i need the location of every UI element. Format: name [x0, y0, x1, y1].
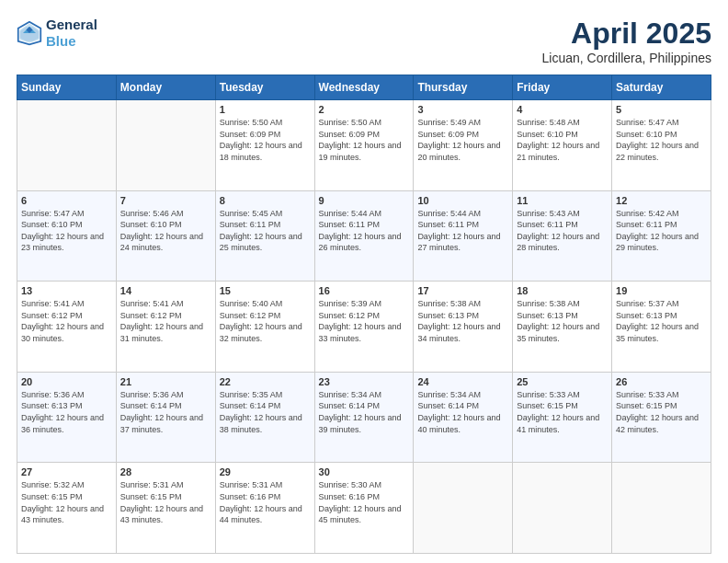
calendar-cell: 4Sunrise: 5:48 AM Sunset: 6:10 PM Daylig… — [513, 100, 612, 191]
day-number: 25 — [517, 376, 608, 387]
calendar-cell: 16Sunrise: 5:39 AM Sunset: 6:12 PM Dayli… — [314, 282, 414, 373]
day-number: 13 — [21, 285, 112, 296]
day-number: 9 — [319, 195, 410, 206]
day-number: 29 — [220, 466, 311, 477]
day-number: 26 — [616, 376, 707, 387]
calendar-cell: 9Sunrise: 5:44 AM Sunset: 6:11 PM Daylig… — [314, 190, 414, 282]
day-info: Sunrise: 5:33 AM Sunset: 6:15 PM Dayligh… — [616, 389, 707, 435]
day-info: Sunrise: 5:49 AM Sunset: 6:09 PM Dayligh… — [417, 117, 508, 163]
col-sunday: Sunday — [17, 75, 117, 100]
calendar-cell — [414, 463, 513, 554]
calendar-week-2: 6Sunrise: 5:47 AM Sunset: 6:10 PM Daylig… — [17, 190, 711, 282]
calendar-cell: 29Sunrise: 5:31 AM Sunset: 6:16 PM Dayli… — [215, 463, 314, 554]
day-number: 14 — [120, 285, 211, 296]
calendar-body: 1Sunrise: 5:50 AM Sunset: 6:09 PM Daylig… — [17, 100, 711, 554]
day-number: 8 — [220, 195, 311, 206]
day-info: Sunrise: 5:33 AM Sunset: 6:15 PM Dayligh… — [517, 389, 608, 435]
calendar-cell: 1Sunrise: 5:50 AM Sunset: 6:09 PM Daylig… — [215, 100, 314, 191]
day-info: Sunrise: 5:38 AM Sunset: 6:13 PM Dayligh… — [517, 298, 608, 344]
calendar-cell: 6Sunrise: 5:47 AM Sunset: 6:10 PM Daylig… — [17, 190, 117, 282]
day-info: Sunrise: 5:31 AM Sunset: 6:15 PM Dayligh… — [120, 479, 211, 525]
day-number: 18 — [517, 285, 608, 296]
day-number: 6 — [21, 195, 112, 206]
day-info: Sunrise: 5:46 AM Sunset: 6:10 PM Dayligh… — [120, 208, 211, 254]
calendar-week-4: 20Sunrise: 5:36 AM Sunset: 6:13 PM Dayli… — [17, 372, 711, 463]
day-info: Sunrise: 5:30 AM Sunset: 6:16 PM Dayligh… — [319, 479, 410, 525]
calendar-cell: 19Sunrise: 5:37 AM Sunset: 6:13 PM Dayli… — [612, 282, 711, 373]
calendar-cell: 17Sunrise: 5:38 AM Sunset: 6:13 PM Dayli… — [414, 282, 513, 373]
day-number: 24 — [417, 376, 508, 387]
day-number: 22 — [220, 376, 311, 387]
calendar-cell: 13Sunrise: 5:41 AM Sunset: 6:12 PM Dayli… — [17, 282, 117, 373]
day-number: 5 — [616, 104, 707, 115]
calendar-cell: 2Sunrise: 5:50 AM Sunset: 6:09 PM Daylig… — [314, 100, 414, 191]
day-number: 27 — [21, 466, 112, 477]
day-number: 23 — [319, 376, 410, 387]
calendar-cell: 28Sunrise: 5:31 AM Sunset: 6:15 PM Dayli… — [116, 463, 215, 554]
day-info: Sunrise: 5:31 AM Sunset: 6:16 PM Dayligh… — [220, 479, 311, 525]
calendar-cell: 23Sunrise: 5:34 AM Sunset: 6:14 PM Dayli… — [314, 372, 414, 463]
day-number: 16 — [319, 285, 410, 296]
day-info: Sunrise: 5:41 AM Sunset: 6:12 PM Dayligh… — [120, 298, 211, 344]
day-number: 19 — [616, 285, 707, 296]
calendar-cell: 3Sunrise: 5:49 AM Sunset: 6:09 PM Daylig… — [414, 100, 513, 191]
day-number: 17 — [417, 285, 508, 296]
title-block: April 2025 Licuan, Cordillera, Philippin… — [542, 17, 711, 65]
day-number: 28 — [120, 466, 211, 477]
calendar-cell: 12Sunrise: 5:42 AM Sunset: 6:11 PM Dayli… — [612, 190, 711, 282]
calendar-cell — [17, 100, 117, 191]
day-number: 15 — [220, 285, 311, 296]
logo-text: General Blue — [46, 17, 97, 50]
day-number: 2 — [319, 104, 410, 115]
day-number: 3 — [417, 104, 508, 115]
calendar-cell: 20Sunrise: 5:36 AM Sunset: 6:13 PM Dayli… — [17, 372, 117, 463]
calendar-cell: 22Sunrise: 5:35 AM Sunset: 6:14 PM Dayli… — [215, 372, 314, 463]
calendar-cell: 15Sunrise: 5:40 AM Sunset: 6:12 PM Dayli… — [215, 282, 314, 373]
subtitle: Licuan, Cordillera, Philippines — [542, 51, 711, 65]
day-info: Sunrise: 5:48 AM Sunset: 6:10 PM Dayligh… — [517, 117, 608, 163]
main-title: April 2025 — [542, 17, 711, 51]
col-friday: Friday — [513, 75, 612, 100]
day-info: Sunrise: 5:50 AM Sunset: 6:09 PM Dayligh… — [319, 117, 410, 163]
calendar-week-1: 1Sunrise: 5:50 AM Sunset: 6:09 PM Daylig… — [17, 100, 711, 191]
calendar-cell: 27Sunrise: 5:32 AM Sunset: 6:15 PM Dayli… — [17, 463, 117, 554]
day-info: Sunrise: 5:42 AM Sunset: 6:11 PM Dayligh… — [616, 208, 707, 254]
calendar-cell: 10Sunrise: 5:44 AM Sunset: 6:11 PM Dayli… — [414, 190, 513, 282]
calendar-week-3: 13Sunrise: 5:41 AM Sunset: 6:12 PM Dayli… — [17, 282, 711, 373]
day-number: 7 — [120, 195, 211, 206]
calendar-cell: 21Sunrise: 5:36 AM Sunset: 6:14 PM Dayli… — [116, 372, 215, 463]
day-number: 30 — [319, 466, 410, 477]
day-info: Sunrise: 5:35 AM Sunset: 6:14 PM Dayligh… — [220, 389, 311, 435]
day-info: Sunrise: 5:43 AM Sunset: 6:11 PM Dayligh… — [517, 208, 608, 254]
col-tuesday: Tuesday — [215, 75, 314, 100]
day-info: Sunrise: 5:34 AM Sunset: 6:14 PM Dayligh… — [417, 389, 508, 435]
day-info: Sunrise: 5:44 AM Sunset: 6:11 PM Dayligh… — [417, 208, 508, 254]
day-number: 12 — [616, 195, 707, 206]
header-row: Sunday Monday Tuesday Wednesday Thursday… — [17, 75, 711, 100]
calendar-cell: 24Sunrise: 5:34 AM Sunset: 6:14 PM Dayli… — [414, 372, 513, 463]
day-number: 1 — [220, 104, 311, 115]
calendar-cell: 18Sunrise: 5:38 AM Sunset: 6:13 PM Dayli… — [513, 282, 612, 373]
day-info: Sunrise: 5:36 AM Sunset: 6:14 PM Dayligh… — [120, 389, 211, 435]
calendar-cell: 7Sunrise: 5:46 AM Sunset: 6:10 PM Daylig… — [116, 190, 215, 282]
day-info: Sunrise: 5:45 AM Sunset: 6:11 PM Dayligh… — [220, 208, 311, 254]
calendar-cell: 8Sunrise: 5:45 AM Sunset: 6:11 PM Daylig… — [215, 190, 314, 282]
calendar-cell: 14Sunrise: 5:41 AM Sunset: 6:12 PM Dayli… — [116, 282, 215, 373]
day-info: Sunrise: 5:47 AM Sunset: 6:10 PM Dayligh… — [616, 117, 707, 163]
calendar-cell: 26Sunrise: 5:33 AM Sunset: 6:15 PM Dayli… — [612, 372, 711, 463]
logo-icon — [17, 20, 42, 46]
day-info: Sunrise: 5:32 AM Sunset: 6:15 PM Dayligh… — [21, 479, 112, 525]
calendar-cell — [612, 463, 711, 554]
day-number: 10 — [417, 195, 508, 206]
day-number: 11 — [517, 195, 608, 206]
calendar-table: Sunday Monday Tuesday Wednesday Thursday… — [17, 75, 711, 554]
day-info: Sunrise: 5:38 AM Sunset: 6:13 PM Dayligh… — [417, 298, 508, 344]
calendar-week-5: 27Sunrise: 5:32 AM Sunset: 6:15 PM Dayli… — [17, 463, 711, 554]
day-number: 20 — [21, 376, 112, 387]
day-info: Sunrise: 5:41 AM Sunset: 6:12 PM Dayligh… — [21, 298, 112, 344]
day-number: 4 — [517, 104, 608, 115]
day-info: Sunrise: 5:47 AM Sunset: 6:10 PM Dayligh… — [21, 208, 112, 254]
calendar-cell: 5Sunrise: 5:47 AM Sunset: 6:10 PM Daylig… — [612, 100, 711, 191]
calendar-cell — [513, 463, 612, 554]
page: General Blue April 2025 Licuan, Cordille… — [0, 0, 728, 563]
